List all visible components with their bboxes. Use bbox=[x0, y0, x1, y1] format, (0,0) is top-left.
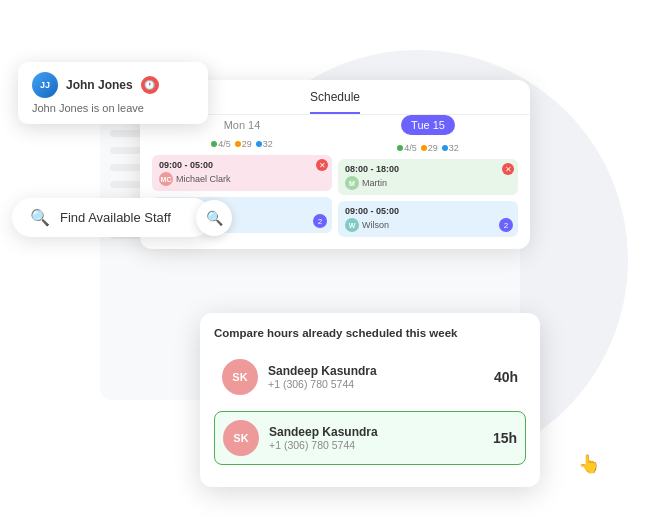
stat-dot-green-mon bbox=[211, 141, 217, 147]
search-magnifier-icon: 🔍 bbox=[206, 210, 223, 226]
shift-time-wilson: 09:00 - 05:00 bbox=[345, 206, 511, 216]
shift-person-michael: MC Michael Clark bbox=[159, 172, 325, 186]
cursor: 👆 bbox=[578, 453, 600, 475]
stat-dot-orange-mon bbox=[235, 141, 241, 147]
staff-name-1: Sandeep Kasundra bbox=[268, 364, 484, 378]
staff-hours-1: 40h bbox=[494, 369, 518, 385]
stat-green-mon: 4/5 bbox=[211, 139, 231, 149]
staff-phone-2: +1 (306) 780 5744 bbox=[269, 439, 483, 451]
staff-name-2: Sandeep Kasundra bbox=[269, 425, 483, 439]
john-tooltip-header: JJ John Jones 🕐 bbox=[32, 72, 194, 98]
shift-x-michael: ✕ bbox=[316, 159, 328, 171]
day-stats-tue: 4/5 29 32 bbox=[338, 143, 518, 153]
stat-orange-mon: 29 bbox=[235, 139, 252, 149]
shift-name-martin: Martin bbox=[362, 178, 387, 188]
avatar-wilson: W bbox=[345, 218, 359, 232]
john-jones-tooltip: JJ John Jones 🕐 John Jones is on leave bbox=[18, 62, 208, 124]
find-staff-card[interactable]: 🔍 Find Available Staff 🔍 bbox=[12, 198, 212, 237]
shift-person-martin: M Martin bbox=[345, 176, 511, 190]
avatar-michael: MC bbox=[159, 172, 173, 186]
shift-name-michael: Michael Clark bbox=[176, 174, 231, 184]
stat-dot-blue-tue bbox=[442, 145, 448, 151]
shift-badge-rone: 2 bbox=[313, 214, 327, 228]
shift-martin: ✕ 08:00 - 18:00 M Martin bbox=[338, 159, 518, 195]
leave-badge: 🕐 bbox=[141, 76, 159, 94]
staff-avatar-2: SK bbox=[223, 420, 259, 456]
search-icon-yellow: 🔍 bbox=[30, 208, 50, 227]
day-col-tue: Tue 15 4/5 29 32 ✕ 08:00 - 18:00 bbox=[338, 115, 518, 243]
shift-badge-wilson: 2 bbox=[499, 218, 513, 232]
day-stats-mon: 4/5 29 32 bbox=[152, 139, 332, 149]
stat-blue-mon: 32 bbox=[256, 139, 273, 149]
shift-name-wilson: Wilson bbox=[362, 220, 389, 230]
stat-dot-orange-tue bbox=[421, 145, 427, 151]
day-header-tue: Tue 15 bbox=[401, 115, 455, 135]
compare-title: Compare hours already scheduled this wee… bbox=[214, 327, 526, 339]
stat-blue-tue: 32 bbox=[442, 143, 459, 153]
staff-info-2: Sandeep Kasundra +1 (306) 780 5744 bbox=[269, 425, 483, 451]
shift-wilson: 09:00 - 05:00 W Wilson 2 bbox=[338, 201, 518, 237]
stat-orange-tue: 29 bbox=[421, 143, 438, 153]
shift-person-wilson: W Wilson bbox=[345, 218, 511, 232]
stat-green-tue: 4/5 bbox=[397, 143, 417, 153]
john-name: John Jones bbox=[66, 78, 133, 92]
shift-time-martin: 08:00 - 18:00 bbox=[345, 164, 511, 174]
stat-dot-blue-mon bbox=[256, 141, 262, 147]
john-avatar: JJ bbox=[32, 72, 58, 98]
schedule-tab: Schedule bbox=[310, 90, 360, 114]
staff-hours-2: 15h bbox=[493, 430, 517, 446]
avatar-martin: M bbox=[345, 176, 359, 190]
staff-phone-1: +1 (306) 780 5744 bbox=[268, 378, 484, 390]
shift-michael: ✕ 09:00 - 05:00 MC Michael Clark bbox=[152, 155, 332, 191]
find-staff-label: Find Available Staff bbox=[60, 210, 171, 225]
stat-dot-green-tue bbox=[397, 145, 403, 151]
staff-info-1: Sandeep Kasundra +1 (306) 780 5744 bbox=[268, 364, 484, 390]
search-button[interactable]: 🔍 bbox=[196, 200, 232, 236]
compare-hours-card: Compare hours already scheduled this wee… bbox=[200, 313, 540, 487]
shift-time-michael: 09:00 - 05:00 bbox=[159, 160, 325, 170]
staff-row-2[interactable]: SK Sandeep Kasundra +1 (306) 780 5744 15… bbox=[214, 411, 526, 465]
staff-avatar-1: SK bbox=[222, 359, 258, 395]
john-status: John Jones is on leave bbox=[32, 102, 194, 114]
staff-row-1[interactable]: SK Sandeep Kasundra +1 (306) 780 5744 40… bbox=[214, 351, 526, 403]
shift-x-martin: ✕ bbox=[502, 163, 514, 175]
